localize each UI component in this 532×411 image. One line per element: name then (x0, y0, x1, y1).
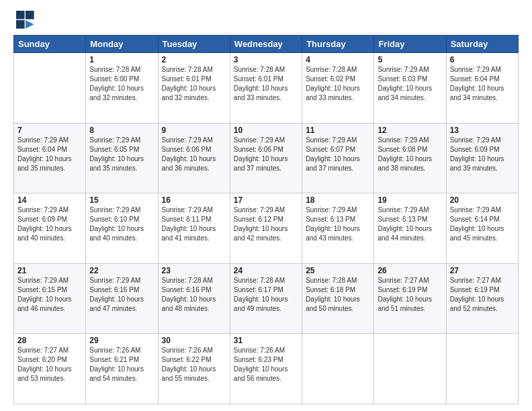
day-info: Sunrise: 7:29 AM Sunset: 6:13 PM Dayligh… (306, 205, 370, 243)
weekday-header: Monday (86, 36, 158, 53)
calendar-cell: 23Sunrise: 7:28 AM Sunset: 6:16 PM Dayli… (158, 263, 230, 334)
day-number: 8 (89, 126, 154, 135)
day-number: 15 (89, 195, 154, 205)
day-number: 17 (234, 195, 298, 205)
calendar-cell: 14Sunrise: 7:29 AM Sunset: 6:09 PM Dayli… (14, 193, 86, 264)
calendar-cell (302, 334, 374, 404)
day-info: Sunrise: 7:29 AM Sunset: 6:04 PM Dayligh… (17, 136, 82, 173)
calendar-cell: 10Sunrise: 7:29 AM Sunset: 6:06 PM Dayli… (230, 123, 302, 193)
svg-rect-0 (16, 11, 25, 19)
day-info: Sunrise: 7:29 AM Sunset: 6:15 PM Dayligh… (17, 276, 82, 314)
calendar-cell: 8Sunrise: 7:29 AM Sunset: 6:05 PM Daylig… (86, 123, 158, 193)
day-number: 24 (234, 266, 298, 275)
day-info: Sunrise: 7:29 AM Sunset: 6:09 PM Dayligh… (450, 136, 515, 173)
day-info: Sunrise: 7:27 AM Sunset: 6:19 PM Dayligh… (450, 276, 515, 314)
calendar-cell: 12Sunrise: 7:29 AM Sunset: 6:08 PM Dayli… (374, 123, 446, 193)
day-info: Sunrise: 7:28 AM Sunset: 6:17 PM Dayligh… (234, 276, 298, 314)
day-info: Sunrise: 7:29 AM Sunset: 6:06 PM Dayligh… (162, 136, 226, 173)
day-number: 4 (306, 55, 370, 64)
calendar-week-row: 21Sunrise: 7:29 AM Sunset: 6:15 PM Dayli… (14, 263, 519, 334)
day-number: 19 (378, 195, 442, 205)
day-number: 21 (17, 266, 82, 275)
calendar-cell: 11Sunrise: 7:29 AM Sunset: 6:07 PM Dayli… (302, 123, 374, 193)
weekday-header: Saturday (446, 36, 518, 53)
calendar-cell: 6Sunrise: 7:29 AM Sunset: 6:04 PM Daylig… (446, 53, 518, 124)
day-info: Sunrise: 7:29 AM Sunset: 6:12 PM Dayligh… (234, 205, 298, 243)
weekday-header: Tuesday (158, 36, 230, 53)
weekday-header: Thursday (302, 36, 374, 53)
logo (13, 11, 36, 30)
day-info: Sunrise: 7:28 AM Sunset: 6:01 PM Dayligh… (162, 65, 226, 103)
day-number: 31 (234, 336, 298, 345)
day-info: Sunrise: 7:29 AM Sunset: 6:03 PM Dayligh… (378, 65, 442, 103)
svg-rect-1 (26, 11, 34, 19)
day-number: 18 (306, 195, 370, 205)
day-number: 14 (17, 195, 82, 205)
calendar-cell (374, 334, 446, 404)
calendar-cell: 26Sunrise: 7:27 AM Sunset: 6:19 PM Dayli… (374, 263, 446, 334)
day-number: 5 (378, 55, 442, 64)
weekday-header-row: SundayMondayTuesdayWednesdayThursdayFrid… (14, 36, 519, 53)
day-number: 20 (450, 195, 515, 205)
day-info: Sunrise: 7:29 AM Sunset: 6:13 PM Dayligh… (378, 205, 442, 243)
page: SundayMondayTuesdayWednesdayThursdayFrid… (0, 0, 532, 411)
day-info: Sunrise: 7:29 AM Sunset: 6:09 PM Dayligh… (17, 205, 82, 243)
logo-icon (16, 11, 35, 30)
day-info: Sunrise: 7:28 AM Sunset: 6:16 PM Dayligh… (162, 276, 226, 314)
calendar-week-row: 28Sunrise: 7:27 AM Sunset: 6:20 PM Dayli… (14, 334, 519, 404)
day-info: Sunrise: 7:29 AM Sunset: 6:04 PM Dayligh… (450, 65, 515, 103)
svg-rect-2 (16, 20, 25, 29)
day-info: Sunrise: 7:26 AM Sunset: 6:23 PM Dayligh… (234, 346, 298, 383)
day-info: Sunrise: 7:29 AM Sunset: 6:06 PM Dayligh… (234, 136, 298, 173)
calendar-cell: 22Sunrise: 7:29 AM Sunset: 6:16 PM Dayli… (86, 263, 158, 334)
day-number: 28 (17, 336, 82, 345)
day-info: Sunrise: 7:28 AM Sunset: 6:02 PM Dayligh… (306, 65, 370, 103)
day-number: 2 (162, 55, 226, 64)
calendar-body: 1Sunrise: 7:28 AM Sunset: 6:00 PM Daylig… (14, 53, 519, 404)
day-number: 22 (89, 266, 154, 275)
day-info: Sunrise: 7:27 AM Sunset: 6:20 PM Dayligh… (17, 346, 82, 383)
calendar-cell: 28Sunrise: 7:27 AM Sunset: 6:20 PM Dayli… (14, 334, 86, 404)
calendar-cell: 13Sunrise: 7:29 AM Sunset: 6:09 PM Dayli… (446, 123, 518, 193)
day-number: 6 (450, 55, 515, 64)
calendar-cell: 2Sunrise: 7:28 AM Sunset: 6:01 PM Daylig… (158, 53, 230, 124)
day-number: 9 (162, 126, 226, 135)
calendar-cell: 21Sunrise: 7:29 AM Sunset: 6:15 PM Dayli… (14, 263, 86, 334)
day-info: Sunrise: 7:29 AM Sunset: 6:16 PM Dayligh… (89, 276, 154, 314)
day-number: 3 (234, 55, 298, 64)
calendar-cell: 9Sunrise: 7:29 AM Sunset: 6:06 PM Daylig… (158, 123, 230, 193)
calendar-week-row: 1Sunrise: 7:28 AM Sunset: 6:00 PM Daylig… (14, 53, 519, 124)
day-info: Sunrise: 7:26 AM Sunset: 6:22 PM Dayligh… (162, 346, 226, 383)
day-number: 13 (450, 126, 515, 135)
calendar-cell (14, 53, 86, 124)
weekday-header: Sunday (14, 36, 86, 53)
day-number: 25 (306, 266, 370, 275)
day-info: Sunrise: 7:29 AM Sunset: 6:05 PM Dayligh… (89, 136, 154, 173)
day-info: Sunrise: 7:27 AM Sunset: 6:19 PM Dayligh… (378, 276, 442, 314)
calendar-cell: 31Sunrise: 7:26 AM Sunset: 6:23 PM Dayli… (230, 334, 302, 404)
day-info: Sunrise: 7:28 AM Sunset: 6:18 PM Dayligh… (306, 276, 370, 314)
calendar-cell: 4Sunrise: 7:28 AM Sunset: 6:02 PM Daylig… (302, 53, 374, 124)
calendar-week-row: 14Sunrise: 7:29 AM Sunset: 6:09 PM Dayli… (14, 193, 519, 264)
calendar-cell: 3Sunrise: 7:28 AM Sunset: 6:01 PM Daylig… (230, 53, 302, 124)
day-info: Sunrise: 7:29 AM Sunset: 6:07 PM Dayligh… (306, 136, 370, 173)
calendar-cell: 15Sunrise: 7:29 AM Sunset: 6:10 PM Dayli… (86, 193, 158, 264)
day-info: Sunrise: 7:29 AM Sunset: 6:10 PM Dayligh… (89, 205, 154, 243)
calendar-cell: 30Sunrise: 7:26 AM Sunset: 6:22 PM Dayli… (158, 334, 230, 404)
calendar-cell: 7Sunrise: 7:29 AM Sunset: 6:04 PM Daylig… (14, 123, 86, 193)
calendar-cell: 5Sunrise: 7:29 AM Sunset: 6:03 PM Daylig… (374, 53, 446, 124)
calendar-cell: 27Sunrise: 7:27 AM Sunset: 6:19 PM Dayli… (446, 263, 518, 334)
weekday-header: Wednesday (230, 36, 302, 53)
day-number: 26 (378, 266, 442, 275)
day-number: 29 (89, 336, 154, 345)
calendar-cell: 25Sunrise: 7:28 AM Sunset: 6:18 PM Dayli… (302, 263, 374, 334)
day-info: Sunrise: 7:29 AM Sunset: 6:08 PM Dayligh… (378, 136, 442, 173)
calendar-week-row: 7Sunrise: 7:29 AM Sunset: 6:04 PM Daylig… (14, 123, 519, 193)
day-number: 30 (162, 336, 226, 345)
day-number: 27 (450, 266, 515, 275)
day-info: Sunrise: 7:29 AM Sunset: 6:11 PM Dayligh… (162, 205, 226, 243)
day-info: Sunrise: 7:28 AM Sunset: 6:01 PM Dayligh… (234, 65, 298, 103)
day-number: 23 (162, 266, 226, 275)
calendar-cell: 24Sunrise: 7:28 AM Sunset: 6:17 PM Dayli… (230, 263, 302, 334)
day-number: 16 (162, 195, 226, 205)
